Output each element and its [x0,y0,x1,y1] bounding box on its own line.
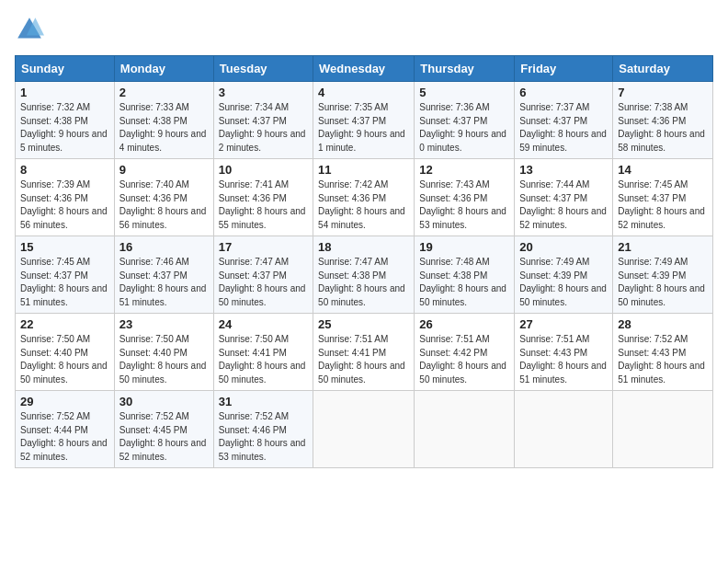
calendar-day-cell: 11 Sunrise: 7:42 AMSunset: 4:36 PMDaylig… [313,159,415,236]
day-detail: Sunrise: 7:40 AMSunset: 4:36 PMDaylight:… [119,179,207,230]
calendar-day-cell: 13 Sunrise: 7:44 AMSunset: 4:37 PMDaylig… [515,159,613,236]
calendar-week-row: 22 Sunrise: 7:50 AMSunset: 4:40 PMDaylig… [16,314,713,391]
calendar-header-row: SundayMondayTuesdayWednesdayThursdayFrid… [16,56,713,82]
day-detail: Sunrise: 7:45 AMSunset: 4:37 PMDaylight:… [20,257,108,307]
calendar-day-cell: 23 Sunrise: 7:50 AMSunset: 4:40 PMDaylig… [114,314,213,391]
day-detail: Sunrise: 7:47 AMSunset: 4:37 PMDaylight:… [219,257,306,307]
day-of-week-header: Friday [515,56,613,82]
day-detail: Sunrise: 7:44 AMSunset: 4:37 PMDaylight:… [519,179,607,230]
day-number: 6 [519,86,608,99]
calendar-week-row: 15 Sunrise: 7:45 AMSunset: 4:37 PMDaylig… [16,236,713,314]
calendar-day-cell: 12 Sunrise: 7:43 AMSunset: 4:36 PMDaylig… [415,159,515,236]
day-number: 18 [318,240,409,254]
day-detail: Sunrise: 7:38 AMSunset: 4:36 PMDaylight:… [618,102,705,153]
calendar-day-cell: 26 Sunrise: 7:51 AMSunset: 4:42 PMDaylig… [415,314,515,391]
day-detail: Sunrise: 7:52 AMSunset: 4:44 PMDaylight:… [20,411,108,462]
day-number: 2 [119,86,209,99]
calendar-day-cell: 5 Sunrise: 7:36 AMSunset: 4:37 PMDayligh… [415,82,515,159]
day-detail: Sunrise: 7:52 AMSunset: 4:45 PMDaylight:… [119,411,207,462]
day-detail: Sunrise: 7:32 AMSunset: 4:38 PMDaylight:… [20,102,108,153]
calendar-day-cell: 6 Sunrise: 7:37 AMSunset: 4:37 PMDayligh… [515,82,613,159]
day-number: 19 [419,240,509,254]
day-detail: Sunrise: 7:42 AMSunset: 4:36 PMDaylight:… [318,179,405,230]
calendar-day-cell: 20 Sunrise: 7:49 AMSunset: 4:39 PMDaylig… [515,236,613,314]
day-number: 29 [20,395,109,408]
day-detail: Sunrise: 7:35 AMSunset: 4:37 PMDaylight:… [318,102,405,153]
calendar-day-cell: 1 Sunrise: 7:32 AMSunset: 4:38 PMDayligh… [16,82,115,159]
day-number: 30 [119,395,209,408]
day-number: 4 [318,86,409,99]
calendar-day-cell: 24 Sunrise: 7:50 AMSunset: 4:41 PMDaylig… [213,314,313,391]
day-number: 24 [219,317,308,331]
calendar-day-cell: 14 Sunrise: 7:45 AMSunset: 4:37 PMDaylig… [613,159,713,236]
calendar-day-cell: 9 Sunrise: 7:40 AMSunset: 4:36 PMDayligh… [114,159,213,236]
day-number: 25 [318,317,409,331]
day-number: 17 [219,240,308,254]
calendar-week-row: 1 Sunrise: 7:32 AMSunset: 4:38 PMDayligh… [16,82,713,159]
day-number: 3 [219,86,308,99]
day-detail: Sunrise: 7:33 AMSunset: 4:38 PMDaylight:… [119,102,207,153]
day-detail: Sunrise: 7:50 AMSunset: 4:41 PMDaylight:… [219,334,306,385]
day-detail: Sunrise: 7:43 AMSunset: 4:36 PMDaylight:… [419,179,506,230]
day-detail: Sunrise: 7:41 AMSunset: 4:36 PMDaylight:… [219,179,306,230]
calendar-day-cell: 8 Sunrise: 7:39 AMSunset: 4:36 PMDayligh… [16,159,115,236]
day-detail: Sunrise: 7:46 AMSunset: 4:37 PMDaylight:… [119,257,207,307]
day-of-week-header: Sunday [16,56,115,82]
day-number: 1 [20,86,109,99]
day-detail: Sunrise: 7:51 AMSunset: 4:43 PMDaylight:… [519,334,607,385]
calendar-day-cell: 2 Sunrise: 7:33 AMSunset: 4:38 PMDayligh… [114,82,213,159]
day-number: 13 [519,163,608,177]
day-number: 21 [618,240,708,254]
calendar-day-cell: 30 Sunrise: 7:52 AMSunset: 4:45 PMDaylig… [114,391,213,468]
calendar-day-cell: 25 Sunrise: 7:51 AMSunset: 4:41 PMDaylig… [313,314,415,391]
calendar-day-cell [415,391,515,468]
day-detail: Sunrise: 7:52 AMSunset: 4:46 PMDaylight:… [219,411,306,462]
day-number: 5 [419,86,509,99]
calendar-day-cell [613,391,713,468]
day-number: 15 [20,240,109,254]
day-of-week-header: Tuesday [213,56,313,82]
day-detail: Sunrise: 7:47 AMSunset: 4:38 PMDaylight:… [318,257,405,307]
day-detail: Sunrise: 7:49 AMSunset: 4:39 PMDaylight:… [618,257,705,307]
logo-icon [15,15,44,44]
day-detail: Sunrise: 7:49 AMSunset: 4:39 PMDaylight:… [519,257,607,307]
day-number: 23 [119,317,209,331]
calendar-day-cell [313,391,415,468]
calendar-day-cell: 28 Sunrise: 7:52 AMSunset: 4:43 PMDaylig… [613,314,713,391]
day-detail: Sunrise: 7:48 AMSunset: 4:38 PMDaylight:… [419,257,506,307]
calendar-day-cell: 22 Sunrise: 7:50 AMSunset: 4:40 PMDaylig… [16,314,115,391]
day-detail: Sunrise: 7:51 AMSunset: 4:42 PMDaylight:… [419,334,506,385]
day-detail: Sunrise: 7:50 AMSunset: 4:40 PMDaylight:… [119,334,207,385]
day-number: 20 [519,240,608,254]
day-detail: Sunrise: 7:36 AMSunset: 4:37 PMDaylight:… [419,102,506,153]
calendar-day-cell: 16 Sunrise: 7:46 AMSunset: 4:37 PMDaylig… [114,236,213,314]
day-number: 9 [119,163,209,177]
day-number: 10 [219,163,308,177]
day-number: 12 [419,163,509,177]
calendar-day-cell: 31 Sunrise: 7:52 AMSunset: 4:46 PMDaylig… [213,391,313,468]
calendar-day-cell: 17 Sunrise: 7:47 AMSunset: 4:37 PMDaylig… [213,236,313,314]
calendar-day-cell: 21 Sunrise: 7:49 AMSunset: 4:39 PMDaylig… [613,236,713,314]
day-number: 28 [618,317,708,331]
day-number: 22 [20,317,109,331]
day-detail: Sunrise: 7:51 AMSunset: 4:41 PMDaylight:… [318,334,405,385]
day-number: 14 [618,163,708,177]
calendar-table: SundayMondayTuesdayWednesdayThursdayFrid… [15,55,713,468]
calendar-day-cell: 29 Sunrise: 7:52 AMSunset: 4:44 PMDaylig… [16,391,115,468]
day-detail: Sunrise: 7:52 AMSunset: 4:43 PMDaylight:… [618,334,705,385]
day-detail: Sunrise: 7:45 AMSunset: 4:37 PMDaylight:… [618,179,705,230]
day-of-week-header: Thursday [415,56,515,82]
calendar-day-cell: 19 Sunrise: 7:48 AMSunset: 4:38 PMDaylig… [415,236,515,314]
day-of-week-header: Monday [114,56,213,82]
day-number: 16 [119,240,209,254]
calendar-day-cell: 3 Sunrise: 7:34 AMSunset: 4:37 PMDayligh… [213,82,313,159]
day-number: 31 [219,395,308,408]
logo [15,15,50,44]
calendar-day-cell: 15 Sunrise: 7:45 AMSunset: 4:37 PMDaylig… [16,236,115,314]
day-number: 7 [618,86,708,99]
day-detail: Sunrise: 7:34 AMSunset: 4:37 PMDaylight:… [219,102,306,153]
day-number: 27 [519,317,608,331]
day-detail: Sunrise: 7:37 AMSunset: 4:37 PMDaylight:… [519,102,607,153]
day-detail: Sunrise: 7:39 AMSunset: 4:36 PMDaylight:… [20,179,108,230]
page-header [15,15,713,44]
